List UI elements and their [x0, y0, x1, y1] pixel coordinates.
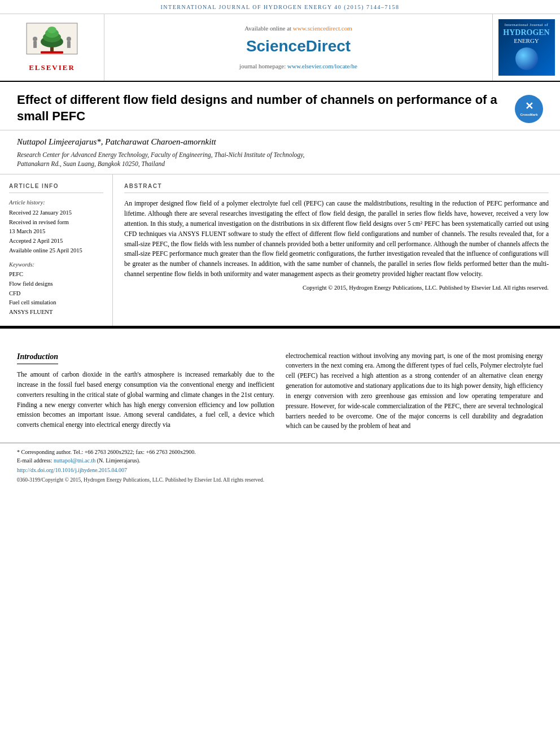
introduction-heading: Introduction — [17, 351, 58, 365]
journal-bar: INTERNATIONAL JOURNAL OF HYDROGEN ENERGY… — [0, 0, 560, 14]
email-note: E-mail address: nuttapol@tni.ac.th (N. L… — [17, 456, 543, 465]
keyword-1: PEFC — [9, 270, 103, 279]
doi-link[interactable]: http://dx.doi.org/10.1016/j.ijhydene.201… — [17, 466, 543, 474]
intro-left-text: The amount of carbon dioxide in the eart… — [17, 370, 274, 430]
affiliation-line1: Research Center for Advanced Energy Tech… — [17, 151, 304, 158]
header-center: Available online at www.sciencedirect.co… — [104, 14, 492, 81]
elsevier-logo-area: ELSEVIER — [0, 14, 104, 81]
email-label: E-mail address: — [17, 457, 52, 464]
intro-right-column: electrochemical reaction without involvi… — [286, 351, 543, 432]
direct-text: Direct — [306, 37, 351, 55]
journal-cover-area: International Journal of HYDROGEN ENERGY — [492, 14, 560, 81]
available-date: Available online 25 April 2015 — [9, 247, 103, 255]
svg-rect-10 — [41, 51, 63, 54]
cover-hydrogen-text: HYDROGEN — [503, 28, 549, 37]
journal-homepage: journal homepage: www.elsevier.com/locat… — [239, 62, 357, 71]
cover-globe-icon — [515, 47, 538, 70]
revised-label: Received in revised form — [9, 219, 103, 227]
revised-date: 13 March 2015 — [9, 228, 103, 236]
sciencedirect-logo: ScienceDirect — [246, 35, 351, 57]
svg-point-6 — [33, 37, 37, 41]
svg-rect-9 — [67, 41, 71, 48]
journal-name: INTERNATIONAL JOURNAL OF HYDROGEN ENERGY… — [160, 4, 399, 10]
sciencedirect-link[interactable]: www.sciencedirect.com — [293, 25, 352, 32]
keyword-5: ANSYS FLUENT — [9, 308, 103, 317]
abstract-column: ABSTRACT An improper designed flow field… — [113, 174, 560, 325]
received-date: Received 22 January 2015 — [9, 209, 103, 217]
paper-title: Effect of different flow field designs a… — [17, 92, 509, 124]
issn-line: 0360-3199/Copyright © 2015, Hydrogen Ene… — [17, 477, 543, 484]
available-online-text: Available online at www.sciencedirect.co… — [244, 24, 352, 33]
affiliation-line2: Pattanakarn Rd., Suan Luang, Bangkok 102… — [17, 160, 165, 167]
introduction-section: Introduction The amount of carbon dioxid… — [0, 346, 560, 438]
footnotes-section: * Corresponding author. Tel.: +66 2763 2… — [0, 443, 560, 486]
email-link[interactable]: nuttapol@tni.ac.th — [54, 457, 95, 464]
svg-point-5 — [47, 27, 56, 33]
article-abstract-section: ARTICLE INFO Article history: Received 2… — [0, 174, 560, 326]
email-suffix: (N. Limjeerajarus). — [95, 457, 140, 464]
intro-right-text: electrochemical reaction without involvi… — [286, 351, 543, 432]
header-area: ELSEVIER Available online at www.science… — [0, 14, 560, 82]
corresponding-author-text: * Corresponding author. Tel.: +66 2763 2… — [17, 449, 196, 455]
elsevier-text: ELSEVIER — [29, 63, 75, 73]
crossmark-badge: ✕ CrossMark — [515, 95, 543, 123]
elsevier-tree-icon — [24, 22, 80, 62]
keywords-label: Keywords: — [9, 261, 103, 269]
crossmark-symbol: ✕ — [525, 101, 533, 111]
intro-spacer — [0, 329, 560, 346]
accepted-date: Accepted 2 April 2015 — [9, 237, 103, 246]
title-section: Effect of different flow field designs a… — [0, 82, 560, 130]
keyword-4: Fuel cell simulation — [9, 299, 103, 307]
svg-rect-7 — [33, 41, 37, 48]
intro-left-column: Introduction The amount of carbon dioxid… — [17, 351, 274, 432]
svg-point-8 — [67, 37, 71, 41]
journal-cover: International Journal of HYDROGEN ENERGY — [498, 19, 555, 76]
keyword-3: CFD — [9, 290, 103, 298]
crossmark-label: CrossMark — [520, 112, 537, 117]
cover-energy-text: ENERGY — [514, 37, 539, 45]
authors: Nuttapol Limjeerajarus*, Patcharawat Cha… — [17, 136, 543, 148]
article-info-column: ARTICLE INFO Article history: Received 2… — [0, 174, 113, 325]
affiliation: Research Center for Advanced Energy Tech… — [17, 150, 543, 168]
abstract-header: ABSTRACT — [124, 182, 549, 193]
history-label: Article history: — [9, 199, 103, 207]
crossmark-icon: ✕ CrossMark — [515, 95, 543, 123]
email-address: nuttapol@tni.ac.th — [54, 457, 95, 464]
abstract-text: An improper designed flow field of a pol… — [124, 199, 549, 279]
author-names: Nuttapol Limjeerajarus*, Patcharawat Cha… — [17, 137, 216, 146]
authors-section: Nuttapol Limjeerajarus*, Patcharawat Cha… — [0, 130, 560, 174]
corresponding-author-note: * Corresponding author. Tel.: +66 2763 2… — [17, 448, 543, 456]
elsevier-logo: ELSEVIER — [12, 22, 91, 73]
copyright-text: Copyright © 2015, Hydrogen Energy Public… — [124, 284, 549, 292]
keyword-2: Flow field designs — [9, 280, 103, 289]
article-info-header: ARTICLE INFO — [9, 182, 103, 193]
journal-homepage-label: journal homepage: — [239, 63, 286, 69]
cover-int-text: International Journal of — [505, 23, 549, 28]
science-text: Science — [246, 37, 306, 55]
journal-homepage-link[interactable]: www.elsevier.com/locate/he — [287, 63, 357, 69]
